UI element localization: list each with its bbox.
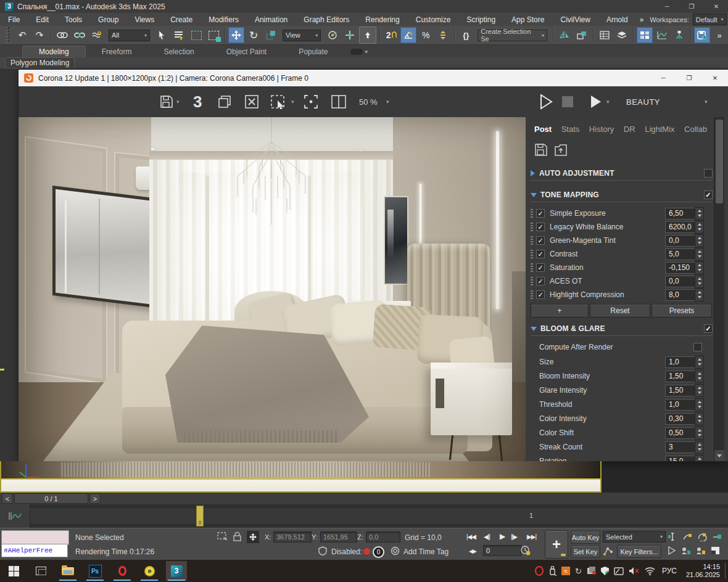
spinner-icon[interactable] <box>695 384 704 397</box>
scrollbar-thumb[interactable] <box>716 120 723 203</box>
ribbon-tab-populate[interactable]: Populate <box>283 46 344 57</box>
render-setup-icon[interactable] <box>694 27 710 43</box>
reference-coordinate-dropdown[interactable]: View ▾ <box>283 30 321 41</box>
color-intensity-value[interactable]: 0,30 <box>665 413 698 425</box>
simple-exposure-value[interactable]: 6,50 <box>665 208 698 219</box>
time-slider-range[interactable]: 0 / 1 <box>14 493 88 504</box>
vfb-start-interactive-icon[interactable] <box>589 93 603 110</box>
legacy-white-balance-value[interactable]: 6200,0 <box>665 221 698 233</box>
mirror-icon[interactable] <box>556 27 573 43</box>
frame-step-icon[interactable]: ◀▶ <box>466 545 479 557</box>
tab-dr[interactable]: DR <box>624 125 635 134</box>
add-operator-button[interactable]: + <box>531 304 589 318</box>
key-tangent-cycle-icon[interactable] <box>697 532 707 541</box>
z-coordinate-field[interactable]: 0,0 <box>366 531 400 543</box>
selection-filter-dropdown[interactable]: All ▾ <box>109 30 150 41</box>
spinner-icon[interactable] <box>695 289 704 301</box>
tab-lightmix[interactable]: LightMix <box>645 125 674 134</box>
select-and-link-icon[interactable] <box>54 27 70 43</box>
vfb-stop-render-icon[interactable] <box>561 93 574 110</box>
drag-handle-icon[interactable] <box>531 290 533 299</box>
green-magenta-tint-checkbox[interactable] <box>536 236 545 245</box>
tray-opera-icon[interactable] <box>535 566 544 576</box>
task-view-button[interactable] <box>30 561 51 581</box>
toolbar-drag-handle[interactable] <box>6 27 10 43</box>
time-configuration-icon[interactable] <box>520 545 531 555</box>
minimize-button[interactable]: ─ <box>660 1 674 12</box>
vfb-title-bar[interactable]: Corona 12 Update 1 | 1800×1200px (1:2) |… <box>19 70 728 86</box>
taskbar-opera[interactable] <box>112 561 133 581</box>
vfb-zoom-fit-icon[interactable] <box>304 93 318 110</box>
open-mini-curve-editor-icon[interactable] <box>0 504 30 528</box>
saturation-checkbox[interactable] <box>536 263 545 272</box>
panel-scrollbar[interactable] <box>714 117 724 461</box>
scrollbar-down-icon[interactable] <box>714 450 724 461</box>
spinner-icon[interactable] <box>695 356 704 369</box>
spinner-icon[interactable] <box>695 234 704 247</box>
contrast-checkbox[interactable] <box>536 250 545 258</box>
tab-history[interactable]: History <box>589 125 614 134</box>
tone-mapping-checkbox[interactable] <box>704 191 713 199</box>
go-to-end-icon[interactable]: ▶▶| <box>524 530 539 543</box>
menu-app-store[interactable]: App Store <box>503 13 552 26</box>
section-bloom-glare[interactable]: BLOOM & GLARE <box>531 322 713 336</box>
section-tone-mapping[interactable]: TONE MAPPING <box>531 188 713 202</box>
unlink-selection-icon[interactable] <box>72 27 88 43</box>
viewport-bottom-strip[interactable] <box>0 461 602 493</box>
vfb-maximize-button[interactable]: ❐ <box>682 73 696 83</box>
tray-volume-muted-icon[interactable] <box>629 566 640 576</box>
vfb-render-element-dropdown-icon[interactable]: ▾ <box>705 93 708 110</box>
time-slider-handle[interactable]: 0 <box>196 506 204 527</box>
vfb-ab-compare-icon[interactable] <box>331 93 347 110</box>
selection-brackets-icon[interactable] <box>696 546 706 555</box>
menu-tools[interactable]: Tools <box>57 13 90 26</box>
vfb-render-element-value[interactable]: BEAUTY <box>626 93 660 110</box>
vfb-zoom-level[interactable]: 50 % <box>359 93 378 110</box>
curve-editor-icon[interactable] <box>654 27 670 43</box>
previous-key-icon[interactable]: ◀|| <box>481 530 492 543</box>
key-selection-dropdown[interactable]: Selected ▾ <box>603 531 666 543</box>
spinner-icon[interactable] <box>695 221 704 234</box>
maximize-viewport-toggle-icon[interactable] <box>711 546 720 555</box>
tray-display-icon[interactable] <box>614 566 624 576</box>
menu-arnold[interactable]: Arnold <box>598 13 636 26</box>
menu-animation[interactable]: Animation <box>247 13 296 26</box>
ribbon-tab-freeform[interactable]: Freeform <box>86 46 148 57</box>
drag-handle-icon[interactable] <box>531 250 533 258</box>
legacy-white-balance-checkbox[interactable] <box>536 223 545 231</box>
menu-views[interactable]: Views <box>126 13 162 26</box>
toolbar-overflow-icon[interactable]: » <box>711 27 727 43</box>
spinner-icon[interactable] <box>695 441 704 454</box>
vfb-region-dropdown-icon[interactable]: ▾ <box>291 93 294 110</box>
taskbar-3dsmax[interactable]: 3 <box>166 561 187 581</box>
streak-count-value[interactable]: 3 <box>665 441 698 453</box>
ik-solver-icon[interactable] <box>603 546 614 556</box>
rotation-value[interactable]: 15,0 <box>665 456 698 462</box>
taskbar-file-explorer[interactable] <box>57 561 78 581</box>
save-post-settings-icon[interactable] <box>534 143 548 157</box>
vfb-copy-icon[interactable] <box>217 93 232 110</box>
current-frame-field[interactable]: 0 <box>483 545 521 556</box>
absolute-offset-mode-icon[interactable] <box>247 531 259 543</box>
simple-exposure-checkbox[interactable] <box>536 209 545 218</box>
key-mode-toggle-icon[interactable] <box>712 532 722 541</box>
drag-handle-icon[interactable] <box>531 277 533 285</box>
key-filters-button[interactable]: Key Filters... <box>617 545 661 558</box>
play-selected-icon[interactable] <box>668 546 676 555</box>
workspaces-dropdown[interactable]: Default ▾ <box>693 14 727 25</box>
ribbon-tab-modeling[interactable]: Modeling <box>22 46 86 57</box>
start-button[interactable] <box>3 561 24 581</box>
tray-java-icon[interactable]: ≈ <box>561 566 570 576</box>
menu-scripting[interactable]: Scripting <box>458 13 503 26</box>
disabled-count-badge[interactable]: 0 <box>373 546 384 558</box>
select-object-icon[interactable] <box>154 27 170 43</box>
aces-ot-checkbox[interactable] <box>536 277 545 285</box>
isolate-selection-icon[interactable] <box>681 546 691 555</box>
play-animation-icon[interactable]: ▶ <box>497 530 507 543</box>
glare-intensity-value[interactable]: 1,50 <box>665 385 698 396</box>
taskbar-imgburn[interactable] <box>139 561 160 581</box>
track-bar[interactable]: 0 1 <box>0 504 728 528</box>
menu-rendering[interactable]: Rendering <box>357 13 407 26</box>
section-auto-adjustment[interactable]: AUTO ADJUSTMENT <box>531 166 713 181</box>
drag-handle-icon[interactable] <box>531 236 533 245</box>
